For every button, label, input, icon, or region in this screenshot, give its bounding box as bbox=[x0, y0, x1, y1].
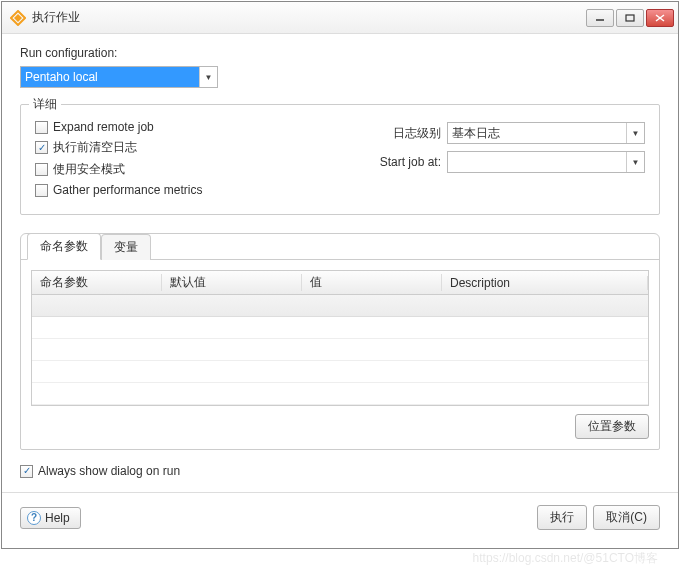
window-controls bbox=[586, 9, 674, 27]
tab-named-params[interactable]: 命名参数 bbox=[27, 233, 101, 260]
tab-variables[interactable]: 变量 bbox=[101, 234, 151, 260]
safe-mode-checkbox[interactable] bbox=[35, 163, 48, 176]
maximize-button[interactable] bbox=[616, 9, 644, 27]
run-button[interactable]: 执行 bbox=[537, 505, 587, 530]
params-table[interactable]: 命名参数 默认值 值 Description bbox=[31, 270, 649, 406]
table-row[interactable] bbox=[32, 383, 648, 405]
dialog-footer: ? Help 执行 取消(C) bbox=[20, 493, 660, 532]
tabs-header: 命名参数 变量 bbox=[21, 234, 659, 260]
loglevel-value: 基本日志 bbox=[448, 123, 626, 143]
dialog-window: 执行作业 Run configuration: Pentaho local ▼ … bbox=[1, 1, 679, 549]
loglevel-combo[interactable]: 基本日志 ▼ bbox=[447, 122, 645, 144]
help-icon: ? bbox=[27, 511, 41, 525]
details-fieldset: 详细 Expand remote job 执行前清空日志 使用安全模式 bbox=[20, 104, 660, 215]
close-button[interactable] bbox=[646, 9, 674, 27]
app-icon bbox=[10, 10, 26, 26]
dialog-content: Run configuration: Pentaho local ▼ 详细 Ex… bbox=[2, 34, 678, 548]
runconfig-value: Pentaho local bbox=[21, 67, 199, 87]
svg-rect-1 bbox=[626, 15, 634, 21]
col-default[interactable]: 默认值 bbox=[162, 274, 302, 291]
titlebar: 执行作业 bbox=[2, 2, 678, 34]
startjob-label: Start job at: bbox=[349, 155, 447, 169]
loglevel-label: 日志级别 bbox=[349, 125, 447, 142]
table-row[interactable] bbox=[32, 339, 648, 361]
always-show-label: Always show dialog on run bbox=[38, 464, 180, 478]
table-header: 命名参数 默认值 值 Description bbox=[32, 271, 648, 295]
help-label: Help bbox=[45, 511, 70, 525]
position-params-button[interactable]: 位置参数 bbox=[575, 414, 649, 439]
chevron-down-icon: ▼ bbox=[199, 67, 217, 87]
clear-log-checkbox[interactable] bbox=[35, 141, 48, 154]
runconfig-label: Run configuration: bbox=[20, 46, 660, 60]
table-row[interactable] bbox=[32, 317, 648, 339]
startjob-combo[interactable]: ▼ bbox=[447, 151, 645, 173]
gather-metrics-checkbox[interactable] bbox=[35, 184, 48, 197]
col-name[interactable]: 命名参数 bbox=[32, 274, 162, 291]
expand-remote-label: Expand remote job bbox=[53, 120, 154, 134]
col-value[interactable]: 值 bbox=[302, 274, 442, 291]
cancel-button[interactable]: 取消(C) bbox=[593, 505, 660, 530]
params-panel: 命名参数 变量 命名参数 默认值 值 Description bbox=[20, 233, 660, 450]
always-show-checkbox[interactable] bbox=[20, 465, 33, 478]
clear-log-label: 执行前清空日志 bbox=[53, 139, 137, 156]
window-title: 执行作业 bbox=[32, 9, 586, 26]
gather-metrics-label: Gather performance metrics bbox=[53, 183, 202, 197]
col-desc[interactable]: Description bbox=[442, 276, 648, 290]
safe-mode-label: 使用安全模式 bbox=[53, 161, 125, 178]
minimize-button[interactable] bbox=[586, 9, 614, 27]
chevron-down-icon: ▼ bbox=[626, 123, 644, 143]
chevron-down-icon: ▼ bbox=[626, 152, 644, 172]
details-legend: 详细 bbox=[29, 96, 61, 113]
table-row[interactable] bbox=[32, 295, 648, 317]
help-button[interactable]: ? Help bbox=[20, 507, 81, 529]
runconfig-combo[interactable]: Pentaho local ▼ bbox=[20, 66, 218, 88]
expand-remote-checkbox[interactable] bbox=[35, 121, 48, 134]
table-row[interactable] bbox=[32, 361, 648, 383]
